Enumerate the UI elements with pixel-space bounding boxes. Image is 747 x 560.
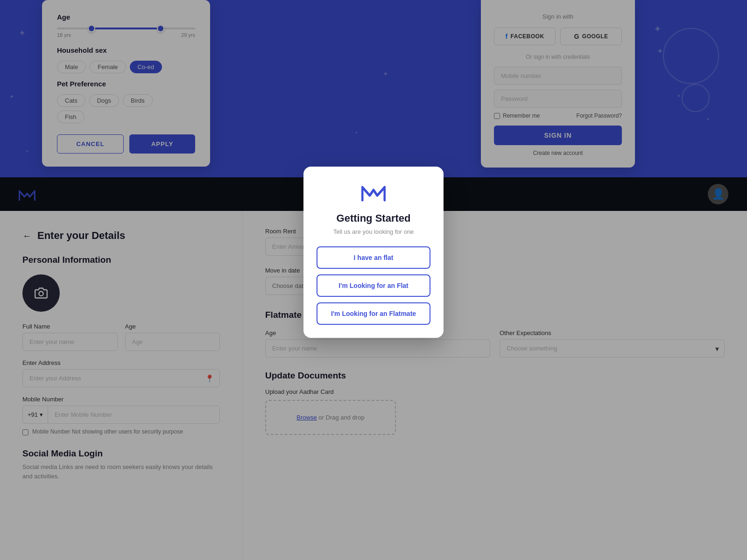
modal-overlay[interactable]: Getting Started Tell us are you looking … xyxy=(0,0,747,560)
option-have-flat-button[interactable]: I have an flat xyxy=(317,246,430,269)
modal-card: Getting Started Tell us are you looking … xyxy=(303,167,444,338)
option-looking-flat-button[interactable]: I'm Looking for an Flat xyxy=(317,274,430,297)
modal-m-logo-svg xyxy=(361,183,386,202)
option-looking-flatmate-button[interactable]: I'm Looking for an Flatmate xyxy=(317,302,430,325)
modal-logo xyxy=(361,183,386,204)
modal-subtitle: Tell us are you looking for one xyxy=(333,228,414,235)
modal-title: Getting Started xyxy=(337,212,411,224)
